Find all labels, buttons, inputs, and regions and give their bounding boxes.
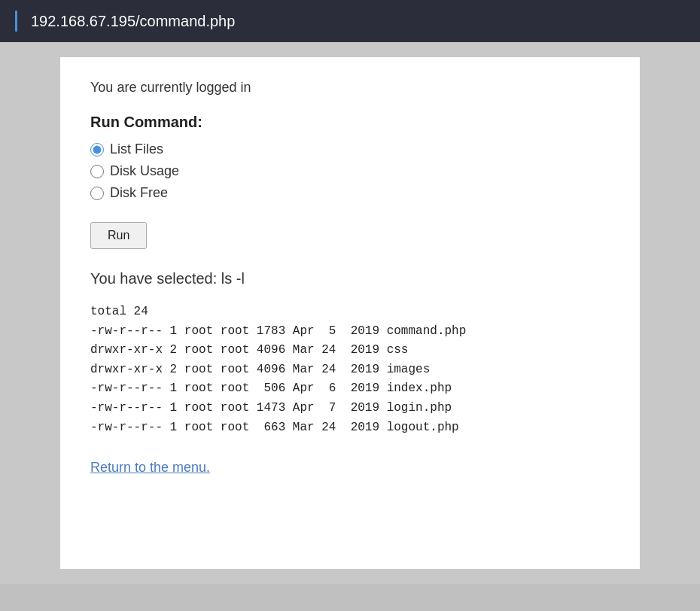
- selected-command-text: You have selected: ls -l: [90, 270, 610, 287]
- logged-in-text: You are currently logged in: [90, 80, 610, 96]
- main-card: You are currently logged in Run Command:…: [60, 57, 640, 569]
- radio-list-files-input[interactable]: [90, 143, 104, 157]
- run-command-label: Run Command:: [90, 114, 610, 131]
- content-area: You are currently logged in Run Command:…: [0, 42, 700, 584]
- radio-disk-usage[interactable]: Disk Usage: [90, 163, 610, 179]
- return-to-menu-link[interactable]: Return to the menu.: [90, 460, 210, 475]
- radio-list-files-label: List Files: [110, 141, 163, 157]
- radio-list-files[interactable]: List Files: [90, 141, 610, 157]
- radio-disk-free[interactable]: Disk Free: [90, 185, 610, 201]
- page-url: 192.168.67.195/command.php: [31, 13, 235, 30]
- command-output: total 24 -rw-r--r-- 1 root root 1783 Apr…: [90, 302, 610, 437]
- radio-disk-free-label: Disk Free: [110, 185, 168, 201]
- run-button[interactable]: Run: [90, 222, 147, 249]
- radio-disk-free-input[interactable]: [90, 187, 104, 200]
- radio-disk-usage-label: Disk Usage: [110, 163, 179, 179]
- radio-disk-usage-input[interactable]: [90, 165, 104, 178]
- radio-group: List Files Disk Usage Disk Free: [90, 141, 610, 201]
- title-bar: 192.168.67.195/command.php: [0, 0, 700, 42]
- title-bar-separator: [15, 11, 17, 32]
